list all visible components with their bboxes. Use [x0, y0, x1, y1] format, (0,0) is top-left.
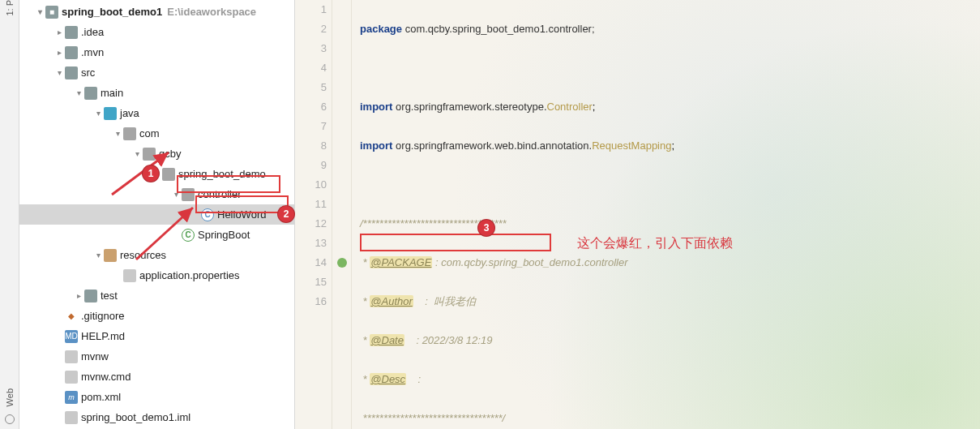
tree-label: pom.xml: [81, 391, 121, 403]
svg-line-0: [112, 152, 169, 195]
doc-tag: @PACKAGE: [370, 256, 432, 268]
line-number: 12: [295, 214, 327, 234]
tree-item-pom[interactable]: ▸ m pom.xml: [19, 387, 294, 407]
chevron-right-icon[interactable]: ▸: [53, 28, 65, 36]
tree-item-gitignore[interactable]: ▸ ◆ .gitignore: [19, 306, 294, 326]
source-folder-icon: [104, 107, 117, 120]
line-number: 10: [295, 175, 327, 195]
tree-label: spring_boot_demo1.iml: [81, 411, 190, 423]
folder-icon: [84, 87, 97, 100]
properties-file-icon: [123, 269, 136, 282]
kw-import: import: [360, 139, 392, 152]
annotation-badge-3: 3: [478, 220, 494, 236]
line-number: 11: [295, 195, 327, 214]
editor-gutter: 1 2 3 4 5 6 7 8 9 10 11 12 13 14 15 16: [295, 0, 332, 429]
kw-import: import: [360, 101, 392, 113]
file-icon: [65, 411, 78, 424]
svg-line-1: [136, 208, 193, 260]
tree-label: SpringBoot: [198, 229, 250, 241]
import-class: RequestMapping: [592, 139, 671, 152]
tree-item-mvnw[interactable]: ▸ mvnw: [19, 346, 294, 367]
file-icon: [65, 371, 78, 384]
package-icon: [123, 127, 136, 140]
doc-tag: @Desc: [370, 373, 406, 385]
doc-val: :: [406, 373, 421, 385]
chevron-right-icon[interactable]: ▸: [53, 48, 65, 57]
package-path: com.qcby.spring_boot_demo1.controller;: [405, 23, 595, 35]
annotation-arrow-1: [105, 144, 178, 201]
chevron-down-icon[interactable]: ▾: [53, 68, 65, 77]
kw-package: package: [360, 23, 402, 35]
tree-item-helpmd[interactable]: ▸ MD HELP.md: [19, 326, 294, 346]
highlight-box-requestmapping: [360, 234, 551, 251]
resources-folder-icon: [104, 249, 117, 262]
gutter-web-icon[interactable]: [5, 414, 15, 424]
doc-val: : com.qcby.spring_boot_demo1.controller: [432, 256, 627, 268]
tree-label: .gitignore: [81, 310, 124, 322]
markdown-file-icon: MD: [65, 330, 78, 343]
line-number: 14: [295, 253, 327, 272]
annotation-arrow-2: [130, 201, 203, 266]
run-gutter-icon[interactable]: [337, 258, 347, 268]
chevron-right-icon[interactable]: ▸: [73, 291, 84, 300]
tree-label: .mvn: [81, 46, 104, 58]
doc-val: : 2022/3/8 12:19: [404, 334, 492, 346]
tree-item-main[interactable]: ▾ main: [19, 83, 294, 103]
tree-label: com: [139, 127, 160, 139]
chevron-down-icon[interactable]: ▾: [73, 88, 84, 97]
tree-label: spring_boot_demo1: [62, 6, 162, 18]
line-number: 9: [295, 156, 327, 175]
line-number: 2: [295, 19, 327, 39]
chevron-down-icon[interactable]: ▾: [112, 129, 123, 138]
tree-item-mvnwcmd[interactable]: ▸ mvnw.cmd: [19, 367, 294, 387]
folder-icon: [65, 46, 78, 59]
ide-left-gutter: 1: P Web: [0, 0, 19, 429]
tree-label: application.properties: [139, 269, 240, 281]
highlight-box-controller: [177, 175, 280, 193]
tree-item-idea[interactable]: ▸ .idea: [19, 22, 294, 42]
line-number: 4: [295, 58, 327, 78]
tree-label: .idea: [81, 26, 104, 38]
code-area[interactable]: package com.qcby.spring_boot_demo1.contr…: [352, 0, 980, 429]
doc-comment: /***********************************: [360, 214, 980, 234]
maven-file-icon: m: [65, 391, 78, 404]
import-path: org.springframework.stereotype.: [396, 101, 546, 113]
code-editor[interactable]: 1 2 3 4 5 6 7 8 9 10 11 12 13 14 15 16 p…: [295, 0, 980, 429]
tree-item-src[interactable]: ▾ src: [19, 62, 294, 83]
tree-label: mvnw: [81, 350, 109, 363]
tree-item-com[interactable]: ▾ com: [19, 123, 294, 144]
line-number: 8: [295, 136, 327, 156]
tree-item-java[interactable]: ▾ java: [19, 103, 294, 123]
file-icon: [65, 350, 78, 363]
annotation-badge-1: 1: [143, 165, 159, 182]
line-number: 3: [295, 39, 327, 58]
chevron-down-icon[interactable]: ▾: [92, 109, 104, 118]
gutter-label-web[interactable]: Web: [5, 388, 15, 406]
tree-label: main: [101, 87, 123, 99]
tree-item-iml[interactable]: ▸ spring_boot_demo1.iml: [19, 407, 294, 427]
tree-item-appprops[interactable]: ▸ application.properties: [19, 265, 294, 285]
chevron-down-icon[interactable]: ▾: [34, 7, 45, 16]
tree-label: HELP.md: [81, 330, 125, 342]
gutter-label-project[interactable]: 1: P: [5, 0, 15, 16]
doc-comment: **********************************/: [360, 409, 980, 428]
doc-tag: @Author: [370, 295, 413, 307]
line-number: 5: [295, 78, 327, 97]
doc-val: : 叫我老伯: [413, 295, 476, 307]
line-number: 6: [295, 97, 327, 117]
editor-icon-gutter: [332, 0, 352, 429]
tree-root[interactable]: ▾ ■ spring_boot_demo1 E:\ideaworkspace: [19, 2, 294, 22]
chevron-down-icon[interactable]: ▾: [92, 251, 104, 260]
annotation-note: 这个会爆红，引入下面依赖: [577, 235, 733, 252]
line-number: 7: [295, 117, 327, 136]
tree-label: src: [81, 66, 95, 79]
line-number: 15: [295, 272, 327, 292]
folder-icon: [65, 66, 78, 79]
line-number: 1: [295, 0, 327, 19]
import-path: org.springframework.web.bind.annotation.: [396, 139, 592, 152]
line-number: 13: [295, 234, 327, 253]
tree-item-test[interactable]: ▸ test: [19, 285, 294, 306]
tree-label: mvnw.cmd: [81, 371, 131, 383]
tree-item-mvn[interactable]: ▸ .mvn: [19, 42, 294, 62]
line-number: 16: [295, 292, 327, 311]
